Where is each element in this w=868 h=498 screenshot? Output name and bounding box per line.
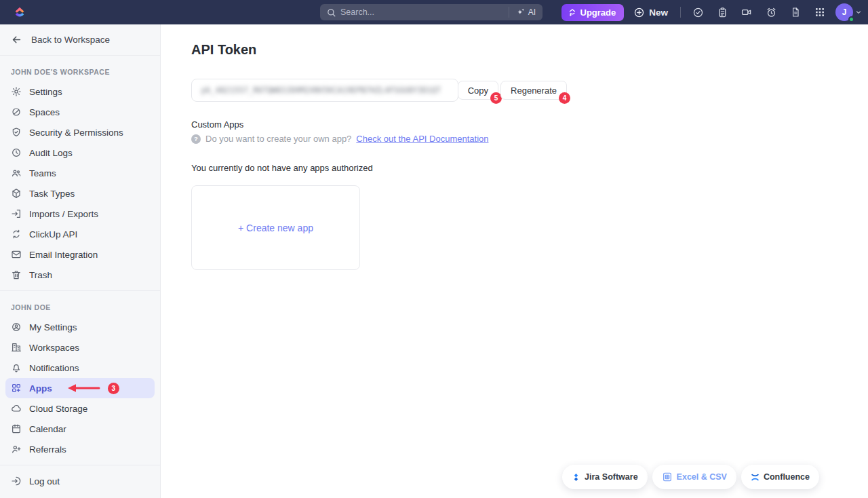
back-to-workspace[interactable]: Back to Workspace [0,24,160,56]
sidebar-item-apps[interactable]: Apps 3 [5,378,155,398]
ai-button[interactable]: AI [509,7,542,18]
shield-check-icon [11,127,22,138]
custom-apps-heading: Custom Apps [191,119,868,130]
confluence-icon [751,473,760,482]
jira-software-button[interactable]: Jira Software [562,465,648,489]
user-section: JOHN DOE My Settings Workspaces [0,291,160,465]
item-label: Notifications [29,363,79,373]
search-input[interactable] [336,7,509,17]
pill-label: Excel & CSV [677,472,727,482]
item-label: Cloud Storage [29,404,87,414]
sidebar-item-settings[interactable]: Settings [0,81,160,102]
item-label: Spaces [29,107,60,117]
new-button[interactable]: New [628,7,673,18]
api-token-field[interactable]: pk_4821557_R6TQW83JD0M2XNV5KCA19EPB7HZL4… [191,79,458,102]
video-camera-icon[interactable] [736,2,757,22]
no-apps-authorized-text: You currently do not have any apps autho… [191,163,868,173]
item-label: Trash [29,270,52,280]
workspace-section: JOHN DOE'S WORKSPACE Settings Spaces [0,56,160,291]
item-label: Calendar [29,424,66,434]
calendar-icon [11,423,22,434]
new-label: New [649,7,668,18]
logout-section: Log out [0,465,160,497]
sidebar-item-log-out[interactable]: Log out [0,471,160,491]
plus-circle-icon [633,7,645,18]
page-title: API Token [191,42,868,58]
avatar: J [835,3,853,21]
item-label: My Settings [29,322,77,332]
document-icon[interactable] [785,2,806,22]
alarm-clock-icon[interactable] [761,2,781,22]
copy-label: Copy [468,85,488,96]
main-content: API Token pk_4821557_R6TQW83JD0M2XNV5KCA… [161,24,868,498]
regenerate-button[interactable]: Regenerate 4 [500,81,567,100]
apps-grid-icon[interactable] [810,2,830,22]
excel-csv-button[interactable]: Excel & CSV [652,465,736,489]
item-label: Security & Permissions [29,128,123,138]
topbar-divider [680,7,681,18]
upgrade-button[interactable]: Upgrade [561,4,625,21]
sidebar-item-cloud-storage[interactable]: Cloud Storage [0,398,160,419]
item-label: Apps [29,383,52,394]
settings-sidebar: Back to Workspace JOHN DOE'S WORKSPACE S… [0,24,161,498]
sidebar-item-referrals[interactable]: Referrals [0,439,160,459]
help-text: Do you want to create your own app? [205,134,351,144]
create-new-app-card[interactable]: + Create new app [191,185,360,270]
sidebar-item-email-integration[interactable]: Email Integration [0,244,160,265]
clickup-api-icon [11,229,22,240]
sidebar-item-imports-exports[interactable]: Imports / Exports [0,204,160,224]
sidebar-item-notifications[interactable]: Notifications [0,358,160,378]
jira-icon [572,473,580,482]
regenerate-label: Regenerate [511,85,557,96]
user-menu[interactable]: J [835,3,863,21]
tasks-check-icon[interactable] [688,2,708,22]
item-label: Referrals [29,444,66,455]
sidebar-item-audit-logs[interactable]: Audit Logs [0,142,160,163]
log-out-icon [11,476,22,486]
bell-icon [11,362,22,373]
item-label: ClickUp API [29,229,77,240]
api-documentation-link[interactable]: Check out the API Documentation [356,134,488,144]
planet-icon [11,107,22,117]
copy-button[interactable]: Copy 5 [458,81,498,100]
sidebar-item-trash[interactable]: Trash [0,265,160,285]
custom-apps-help-line: ? Do you want to create your own app? Ch… [191,134,868,144]
import-icon [11,208,22,219]
sparkles-icon [516,7,526,17]
gear-icon [11,86,22,97]
clickup-logo-icon[interactable] [12,5,27,20]
sidebar-item-security-permissions[interactable]: Security & Permissions [0,122,160,142]
workspace-section-title: JOHN DOE'S WORKSPACE [0,61,160,81]
topbar: AI Upgrade New [0,0,868,24]
people-icon [11,168,22,178]
item-label: Workspaces [29,343,79,353]
upgrade-label: Upgrade [580,7,616,18]
user-circle-icon [11,322,22,332]
create-new-app-label: + Create new app [238,223,313,233]
item-label: Audit Logs [29,148,73,158]
apps-plus-icon [11,383,22,394]
integration-shortcuts: Jira Software Excel & CSV Confluence [562,465,819,489]
notepad-icon[interactable] [712,2,732,22]
sidebar-item-workspaces[interactable]: Workspaces [0,337,160,358]
api-token-row: pk_4821557_R6TQW83JD0M2XNV5KCA19EPB7HZL4… [191,79,567,102]
item-label: Imports / Exports [29,209,98,219]
search-icon [326,7,336,18]
sidebar-item-my-settings[interactable]: My Settings [0,317,160,337]
upgrade-icon [568,7,577,17]
avatar-initial: J [842,7,847,17]
online-status-dot [848,16,854,22]
sidebar-item-calendar[interactable]: Calendar [0,419,160,439]
envelope-icon [11,249,22,260]
sidebar-item-task-types[interactable]: Task Types [0,183,160,204]
search-bar[interactable]: AI [320,4,542,20]
sidebar-item-teams[interactable]: Teams [0,163,160,183]
sidebar-item-clickup-api[interactable]: ClickUp API [0,224,160,244]
confluence-button[interactable]: Confluence [741,465,819,489]
sidebar-item-spaces[interactable]: Spaces [0,102,160,122]
buildings-icon [11,342,22,353]
spreadsheet-icon [662,472,673,482]
user-section-title: JOHN DOE [0,296,160,317]
arrow-left-icon [11,34,22,45]
item-label: Task Types [29,189,75,199]
